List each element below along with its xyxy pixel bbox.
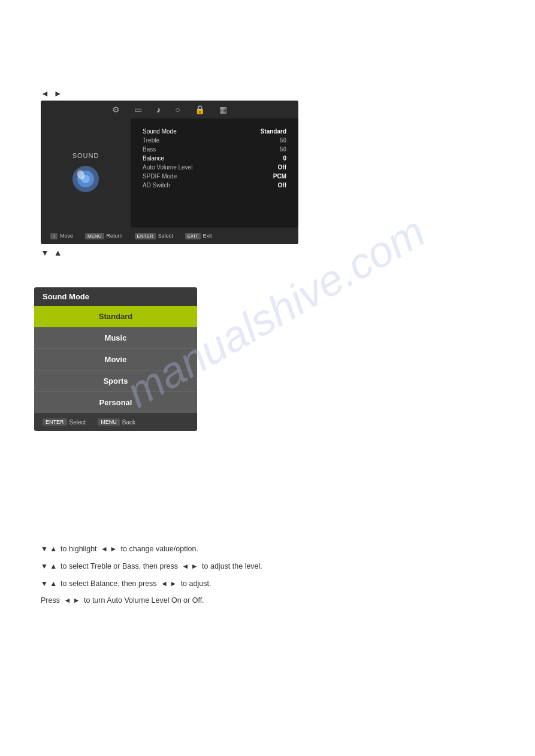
popup-select: ENTER Select — [43, 418, 86, 426]
treble-label: Treble — [143, 137, 159, 144]
balance-value: 0 — [283, 155, 286, 162]
setting-row-treble: Treble 50 — [143, 137, 286, 144]
popup-back: MENU Back — [98, 418, 135, 426]
popup-menu-key: MENU — [98, 418, 120, 426]
setting-row-ad-switch: AD Switch Off — [143, 182, 286, 189]
bottom-text-2: to select Treble or Bass, then press ◄ ►… — [61, 561, 496, 572]
ad-switch-value: Off — [278, 182, 286, 189]
sound-mode-value: Standard — [261, 128, 286, 135]
down-up-arrows-2: ▼ ▲ — [41, 561, 57, 572]
auto-volume-value: Off — [278, 164, 286, 171]
lr-arrows-1: ◄ ► — [101, 544, 117, 554]
setting-row-sound-mode: Sound Mode Standard — [143, 128, 286, 135]
tv-screen: ⚙ ▭ ♪ ○ 🔒 ▦ SOUND Sound Mode Standard — [41, 101, 298, 244]
exit-key: EXIT — [185, 233, 201, 239]
move-key: ↕ — [50, 233, 58, 239]
bottom-select: ENTER Select — [135, 233, 173, 239]
spdif-label: SPDIF Mode — [143, 173, 177, 180]
sound-mode-sports[interactable]: Sports — [34, 371, 197, 392]
sound-mode-label: Sound Mode — [143, 128, 177, 135]
bottom-text-row-1: ▼ ▲ to highlight ◄ ► to change value/opt… — [41, 544, 496, 555]
sound-mode-popup: Sound Mode Standard Music Movie Sports P… — [34, 287, 197, 431]
left-arrow-icon: ◄ — [41, 89, 49, 98]
bottom-exit: EXIT Exit — [185, 233, 212, 239]
bottom-text-section: ▼ ▲ to highlight ◄ ► to change value/opt… — [41, 544, 496, 612]
nav-arrows-down: ▼ ▲ — [41, 248, 62, 257]
auto-volume-label: Auto Volume Level — [143, 164, 192, 171]
sound-mode-bottom-bar: ENTER Select MENU Back — [34, 413, 197, 431]
nav-arrows-top: ◄ ► — [41, 89, 62, 98]
popup-back-label: Back — [122, 419, 135, 426]
move-label: Move — [60, 233, 73, 239]
ad-switch-label: AD Switch — [143, 182, 170, 189]
sound-mode-personal[interactable]: Personal — [34, 392, 197, 413]
lr-arrows-2: ◄ ► — [182, 561, 198, 572]
popup-select-label: Select — [69, 419, 86, 426]
sound-mode-popup-title: Sound Mode — [34, 287, 197, 306]
settings-icon: ⚙ — [112, 105, 120, 114]
balance-label: Balance — [143, 155, 164, 162]
setting-row-balance: Balance 0 — [143, 155, 286, 162]
tv-top-bar: ⚙ ▭ ♪ ○ 🔒 ▦ — [41, 101, 298, 119]
up-arrow-icon: ▲ — [54, 248, 62, 257]
clock-icon: ○ — [175, 105, 180, 114]
popup-enter-key: ENTER — [43, 418, 67, 426]
sound-mode-standard[interactable]: Standard — [34, 306, 197, 327]
sound-mode-movie[interactable]: Movie — [34, 349, 197, 371]
lr-arrows-4: ◄ ► — [64, 595, 80, 606]
tv-bottom-bar: ↕ Move MENU Return ENTER Select EXIT Exi… — [41, 227, 298, 244]
bottom-text-4: Press ◄ ► to turn Auto Volume Level On o… — [41, 595, 496, 606]
setting-row-auto-volume: Auto Volume Level Off — [143, 164, 286, 171]
sound-mode-items-list: Standard Music Movie Sports Personal — [34, 306, 197, 413]
bass-value: 50 — [280, 146, 286, 153]
speaker-icon — [71, 164, 101, 194]
tv-left-panel: SOUND — [41, 119, 131, 227]
down-up-arrows-3: ▼ ▲ — [41, 578, 57, 589]
select-key: ENTER — [135, 233, 156, 239]
display-icon: ▭ — [134, 105, 142, 114]
bottom-text-1: to highlight ◄ ► to change value/option. — [61, 544, 496, 555]
bottom-move: ↕ Move — [50, 233, 73, 239]
apps-icon: ▦ — [219, 105, 227, 114]
tv-content-area: SOUND Sound Mode Standard Treble 50 Bass… — [41, 119, 298, 227]
bottom-return: MENU Return — [85, 233, 123, 239]
sound-icon: ♪ — [156, 105, 161, 114]
spdif-value: PCM — [273, 173, 286, 180]
bottom-text-row-2: ▼ ▲ to select Treble or Bass, then press… — [41, 561, 496, 572]
bottom-text-row-3: ▼ ▲ to select Balance, then press ◄ ► to… — [41, 578, 496, 590]
right-arrow-icon: ► — [54, 89, 62, 98]
return-key: MENU — [85, 233, 104, 239]
treble-value: 50 — [280, 137, 286, 144]
return-label: Return — [107, 233, 123, 239]
lr-arrows-3: ◄ ► — [161, 578, 177, 589]
bottom-text-row-4: Press ◄ ► to turn Auto Volume Level On o… — [41, 595, 496, 606]
exit-label: Exit — [203, 233, 212, 239]
down-arrow-icon: ▼ — [41, 248, 49, 257]
sound-mode-music[interactable]: Music — [34, 327, 197, 349]
lock-icon: 🔒 — [195, 105, 205, 114]
sound-label: SOUND — [72, 152, 99, 159]
setting-row-bass: Bass 50 — [143, 146, 286, 153]
setting-row-spdif: SPDIF Mode PCM — [143, 173, 286, 180]
bass-label: Bass — [143, 146, 156, 153]
select-label: Select — [158, 233, 173, 239]
down-up-arrows-1: ▼ ▲ — [41, 544, 57, 554]
bottom-text-3: to select Balance, then press ◄ ► to adj… — [61, 578, 496, 590]
tv-right-panel: Sound Mode Standard Treble 50 Bass 50 Ba… — [131, 119, 298, 227]
